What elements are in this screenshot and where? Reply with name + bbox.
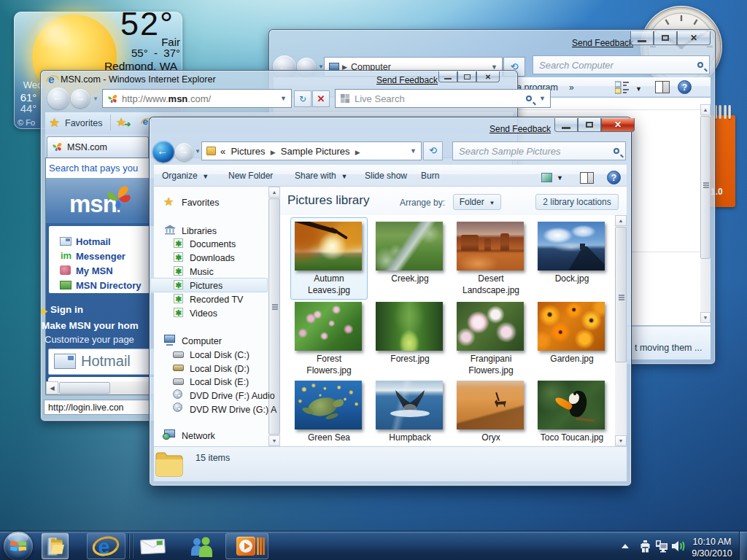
svg-text:e: e xyxy=(48,73,55,85)
svg-text:e: e xyxy=(143,116,149,127)
